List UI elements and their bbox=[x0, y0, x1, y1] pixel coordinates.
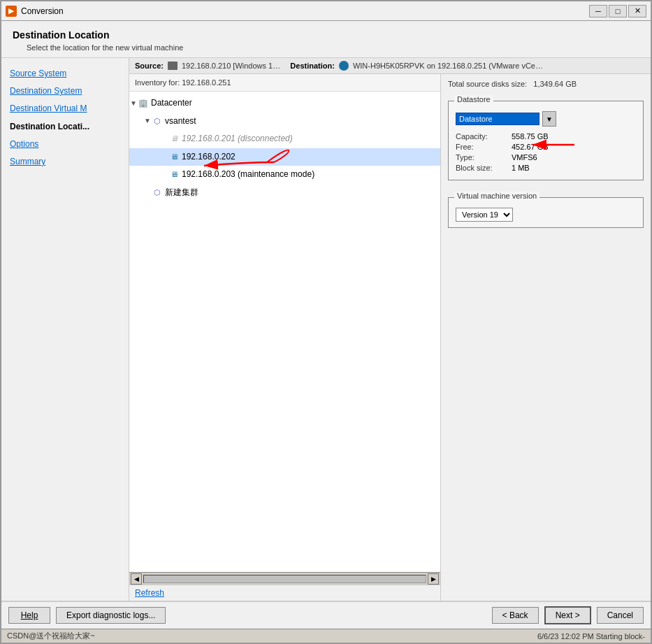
source-computer-icon bbox=[168, 62, 178, 70]
total-disks-value: 1,349.64 GB bbox=[533, 80, 577, 88]
vm-version-groupbox: Virtual machine version Version 19 Versi… bbox=[448, 197, 644, 228]
type-value: VMFS6 bbox=[512, 153, 537, 162]
close-button[interactable]: ✕ bbox=[628, 5, 646, 17]
app-icon: ▶ bbox=[6, 6, 17, 17]
source-dest-bar: Source: 192.168.0.210 [Windows 1… Destin… bbox=[129, 58, 651, 74]
dest-vmware-icon bbox=[339, 61, 349, 71]
dest-label: Destination: bbox=[290, 62, 335, 70]
blocksize-label: Block size: bbox=[456, 164, 512, 172]
bottom-left-buttons: Help Export diagnostic logs... bbox=[8, 607, 166, 624]
tree-label-datacenter: Datacenter bbox=[151, 96, 192, 111]
host-icon-201: 🖥 bbox=[168, 134, 180, 145]
datacenter-icon: 🏢 bbox=[138, 98, 149, 109]
help-button[interactable]: Help bbox=[8, 607, 50, 624]
tree-label-host-201: 192.168.0.201 (disconnected) bbox=[182, 131, 293, 147]
total-disks-label: Total source disks size: bbox=[448, 80, 527, 88]
inventory-footer: Refresh bbox=[129, 585, 440, 601]
source-label: Source: bbox=[135, 62, 164, 70]
status-right: 6/6/23 12:02 PM Starting block- bbox=[537, 632, 645, 641]
datastore-groupbox: Datastore Datastore ▼ Capacity: 558.75 G… bbox=[448, 101, 644, 180]
no-expand-201 bbox=[160, 133, 168, 145]
vm-version-select[interactable]: Version 19 Version 18 Version 17 Version… bbox=[456, 208, 513, 222]
right-panel: Source: 192.168.0.210 [Windows 1… Destin… bbox=[129, 58, 651, 601]
tree-label-new-cluster: 新建集群 bbox=[165, 185, 198, 201]
capacity-row: Capacity: 558.75 GB bbox=[456, 132, 636, 141]
source-value: 192.168.0.210 [Windows 1… bbox=[182, 62, 280, 70]
tree-item-vsantest[interactable]: ▼ ⬡ vsantest bbox=[129, 113, 440, 131]
scroll-track[interactable] bbox=[143, 575, 426, 583]
scroll-left-button[interactable]: ◀ bbox=[131, 573, 142, 585]
sidebar-item-destination-location: Destination Locati... bbox=[7, 118, 123, 136]
sidebar-item-summary[interactable]: Summary bbox=[7, 153, 123, 171]
sidebar-item-options[interactable]: Options bbox=[7, 136, 123, 153]
datastore-dropdown[interactable]: Datastore bbox=[456, 113, 539, 125]
sidebar-item-source-system[interactable]: Source System bbox=[7, 65, 123, 83]
tree-item-new-cluster[interactable]: ⬡ 新建集群 bbox=[129, 184, 440, 202]
free-row: Free: 452.67 GB bbox=[456, 143, 636, 151]
page-header: Destination Location Select the location… bbox=[1, 21, 651, 58]
total-disks-row: Total source disks size: 1,349.64 GB bbox=[448, 80, 644, 91]
tree-label-vsantest: vsantest bbox=[165, 114, 196, 129]
tree-label-host-202: 192.168.0.202 bbox=[182, 150, 236, 165]
no-expand-cluster bbox=[143, 187, 152, 199]
sidebar-item-destination-virtual-m[interactable]: Destination Virtual M bbox=[7, 100, 123, 117]
bottom-bar: Help Export diagnostic logs... < Back Ne… bbox=[1, 601, 651, 629]
no-expand-203 bbox=[160, 169, 168, 181]
window-title: Conversion bbox=[21, 6, 64, 16]
next-button[interactable]: Next > bbox=[544, 606, 591, 624]
expand-arrow-vsantest[interactable]: ▼ bbox=[143, 115, 152, 127]
free-value: 452.67 GB bbox=[512, 143, 549, 151]
capacity-value: 558.75 GB bbox=[512, 132, 549, 141]
vm-version-row: Version 19 Version 18 Version 17 Version… bbox=[456, 208, 636, 222]
export-logs-button[interactable]: Export diagnostic logs... bbox=[56, 607, 166, 624]
cancel-button[interactable]: Cancel bbox=[597, 607, 644, 624]
info-panel: Total source disks size: 1,349.64 GB Dat… bbox=[441, 74, 651, 601]
inventory-header-text: Inventory for: 192.168.0.251 bbox=[135, 78, 231, 87]
host-icon-202: 🖥 bbox=[168, 152, 180, 163]
inventory-tree[interactable]: ▼ 🏢 Datacenter ▼ ⬡ vsantest bbox=[129, 92, 440, 572]
page-title: Destination Location bbox=[13, 29, 639, 41]
inventory-panel: Inventory for: 192.168.0.251 ▼ 🏢 Datacen… bbox=[129, 74, 441, 601]
expand-arrow-datacenter[interactable]: ▼ bbox=[129, 97, 138, 110]
sidebar-item-destination-system[interactable]: Destination System bbox=[7, 83, 123, 100]
capacity-label: Capacity: bbox=[456, 132, 512, 141]
tree-item-host-202[interactable]: 🖥 192.168.0.202 bbox=[129, 148, 440, 166]
datastore-group-title: Datastore bbox=[454, 95, 493, 103]
page-subtitle: Select the location for the new virtual … bbox=[27, 43, 639, 52]
blocksize-row: Block size: 1 MB bbox=[456, 164, 636, 172]
vm-version-group-title: Virtual machine version bbox=[454, 192, 539, 200]
free-label: Free: bbox=[456, 143, 512, 151]
sidebar: Source System Destination System Destina… bbox=[1, 58, 129, 601]
title-bar: ▶ Conversion ─ □ ✕ bbox=[1, 1, 651, 21]
tree-label-host-203: 192.168.0.203 (maintenance mode) bbox=[182, 167, 314, 183]
datastore-select-row: Datastore ▼ bbox=[456, 111, 636, 127]
host-icon-203: 🖥 bbox=[168, 169, 180, 180]
status-left: CSDN@送个祝福给大家~ bbox=[7, 631, 95, 641]
refresh-link[interactable]: Refresh bbox=[135, 588, 164, 598]
status-bar: CSDN@送个祝福给大家~ 6/6/23 12:02 PM Starting b… bbox=[1, 629, 651, 643]
bottom-right-buttons: < Back Next > Cancel bbox=[492, 606, 644, 624]
cluster-icon: ⬡ bbox=[152, 115, 163, 127]
back-button[interactable]: < Back bbox=[492, 607, 539, 624]
maximize-button[interactable]: □ bbox=[609, 5, 627, 17]
type-row: Type: VMFS6 bbox=[456, 153, 636, 162]
minimize-button[interactable]: ─ bbox=[589, 5, 607, 17]
datastore-selected-value: Datastore bbox=[459, 115, 493, 123]
tree-item-host-203[interactable]: 🖥 192.168.0.203 (maintenance mode) bbox=[129, 166, 440, 184]
horizontal-scrollbar[interactable]: ◀ ▶ bbox=[129, 572, 440, 585]
datastore-dropdown-arrow[interactable]: ▼ bbox=[542, 111, 556, 127]
scroll-right-button[interactable]: ▶ bbox=[428, 573, 439, 585]
dest-value: WIN-H9H5K05RPVK on 192.168.0.251 (VMware… bbox=[353, 62, 543, 70]
no-expand-202 bbox=[160, 151, 168, 164]
type-label: Type: bbox=[456, 153, 512, 162]
blocksize-value: 1 MB bbox=[512, 164, 530, 172]
tree-item-host-201[interactable]: 🖥 192.168.0.201 (disconnected) bbox=[129, 130, 440, 148]
inventory-header: Inventory for: 192.168.0.251 bbox=[129, 74, 440, 92]
new-cluster-icon: ⬡ bbox=[152, 187, 163, 199]
tree-item-datacenter[interactable]: ▼ 🏢 Datacenter bbox=[129, 94, 440, 113]
